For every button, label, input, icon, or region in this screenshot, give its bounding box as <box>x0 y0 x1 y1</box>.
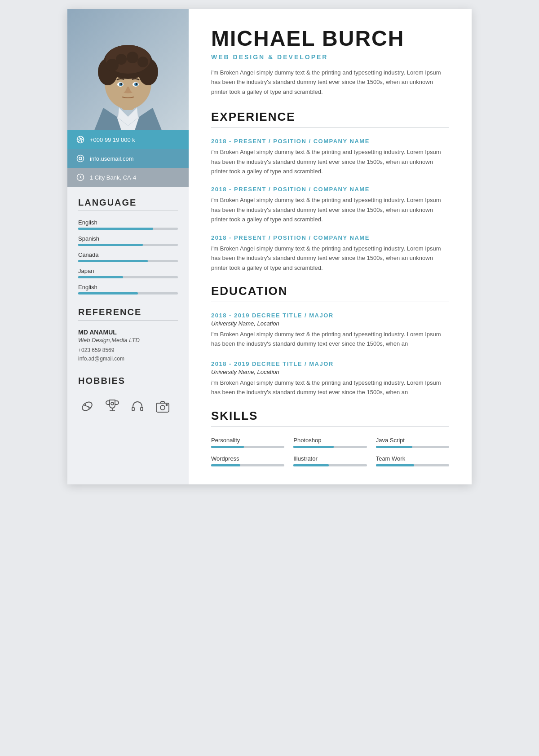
experience-title: EXPERIENCE <box>211 110 449 124</box>
skill-bar-fill <box>211 446 244 448</box>
skill-bar-bg <box>293 464 367 466</box>
email-contact: info.usemail.com <box>67 149 189 168</box>
edu-university: University Name, Location <box>211 320 449 327</box>
skills-divider <box>211 426 449 427</box>
experience-desc: i'm Broken Angel simply dummy text & the… <box>211 195 449 224</box>
language-divider <box>78 211 178 211</box>
email-text: info.usemail.com <box>90 155 134 162</box>
language-name: English <box>78 284 178 290</box>
rugby-icon <box>78 397 96 415</box>
hobbies-divider <box>78 389 178 389</box>
edu-degree: 2018 - 2019 DECREE TITLE / MAJOR <box>211 360 449 367</box>
profile-photo <box>67 9 189 130</box>
svg-point-10 <box>116 54 127 65</box>
skill-item: Personality <box>211 437 284 448</box>
experience-section: EXPERIENCE 2018 - PRESENT / POSITION / C… <box>211 110 449 273</box>
skill-item: Photoshop <box>293 437 367 448</box>
education-title: EDUCATION <box>211 284 449 298</box>
language-bar-bg <box>78 292 178 294</box>
language-item: Canada <box>78 251 178 262</box>
camera-icon <box>154 397 172 415</box>
language-item: Japan <box>78 268 178 278</box>
edu-desc: i'm Broken Angel simply dummy text & the… <box>211 378 449 397</box>
svg-point-32 <box>166 404 168 406</box>
full-name: MICHAEL BURCH <box>211 27 449 51</box>
svg-point-12 <box>137 57 148 67</box>
location-icon <box>75 172 85 182</box>
svg-point-27 <box>111 402 114 405</box>
language-bar-fill <box>78 292 138 294</box>
skill-name: Team Work <box>376 455 449 462</box>
skill-bar-bg <box>293 446 367 448</box>
experience-period: 2018 - PRESENT / POSITION / COMPANY NAME <box>211 186 449 193</box>
hobbies-title: HOBBIES <box>78 376 178 386</box>
skill-bar-fill <box>376 446 413 448</box>
email-icon <box>75 154 85 163</box>
skill-bar-bg <box>211 464 284 466</box>
contact-section: +000 99 19 000 k info.usemail.com 1 C <box>67 130 189 187</box>
skill-bar-bg <box>376 446 449 448</box>
resume-container: +000 99 19 000 k info.usemail.com 1 C <box>67 9 472 484</box>
experience-period: 2018 - PRESENT / POSITION / COMPANY NAME <box>211 234 449 241</box>
skill-item: Team Work <box>376 455 449 466</box>
experience-list: 2018 - PRESENT / POSITION / COMPANY NAME… <box>211 138 449 273</box>
skill-bar-fill <box>293 464 328 466</box>
experience-divider <box>211 127 449 128</box>
language-bar-fill <box>78 260 148 262</box>
experience-period: 2018 - PRESENT / POSITION / COMPANY NAME <box>211 138 449 145</box>
sidebar-content: LANGUAGE English Spanish Canada Japan En… <box>67 187 189 424</box>
reference-section: REFERENCE MD ANAMUL Web Design,Media LTD… <box>78 307 178 363</box>
phone-contact: +000 99 19 000 k <box>67 130 189 149</box>
address-contact: 1 City Bank, CA-4 <box>67 168 189 187</box>
skill-bar-fill <box>293 446 334 448</box>
reference-phone: +023 659 8569 <box>78 346 178 355</box>
language-name: English <box>78 219 178 226</box>
svg-point-31 <box>160 405 165 410</box>
phone-icon <box>75 135 85 145</box>
skill-bar-bg <box>211 446 284 448</box>
job-title: WEB DESIGN & DEVELOPER <box>211 53 449 61</box>
language-section: LANGUAGE English Spanish Canada Japan En… <box>78 198 178 294</box>
reference-title: REFERENCE <box>78 307 178 317</box>
main-content: MICHAEL BURCH WEB DESIGN & DEVELOPER i'm… <box>189 9 472 484</box>
experience-item: 2018 - PRESENT / POSITION / COMPANY NAME… <box>211 186 449 224</box>
education-list: 2018 - 2019 DECREE TITLE / MAJOR Univers… <box>211 312 449 397</box>
reference-email: info.ad@gmail.com <box>78 355 178 363</box>
reference-company: Web Design,Media LTD <box>78 337 178 343</box>
edu-university: University Name, Location <box>211 369 449 375</box>
resume-header: MICHAEL BURCH WEB DESIGN & DEVELOPER i'm… <box>211 27 449 97</box>
language-name: Japan <box>78 268 178 274</box>
svg-point-17 <box>120 83 122 85</box>
skill-item: Java Script <box>376 437 449 448</box>
skill-item: Illustrator <box>293 455 367 466</box>
hobbies-icons <box>78 397 178 415</box>
skill-name: Photoshop <box>293 437 367 444</box>
experience-item: 2018 - PRESENT / POSITION / COMPANY NAME… <box>211 138 449 176</box>
language-bar-bg <box>78 276 178 278</box>
language-list: English Spanish Canada Japan English <box>78 219 178 294</box>
svg-line-22 <box>84 405 91 408</box>
language-name: Spanish <box>78 235 178 242</box>
experience-desc: i'm Broken Angel simply dummy text & the… <box>211 244 449 273</box>
language-item: Spanish <box>78 235 178 246</box>
address-text: 1 City Bank, CA-4 <box>90 174 136 181</box>
skill-name: Wordpress <box>211 455 284 462</box>
language-bar-fill <box>78 244 143 246</box>
skill-bar-fill <box>211 464 240 466</box>
education-section: EDUCATION 2018 - 2019 DECREE TITLE / MAJ… <box>211 284 449 397</box>
language-name: Canada <box>78 251 178 258</box>
edu-desc: i'm Broken Angel simply dummy text & the… <box>211 330 449 349</box>
skill-name: Illustrator <box>293 455 367 462</box>
language-bar-bg <box>78 260 178 262</box>
skill-item: Wordpress <box>211 455 284 466</box>
skill-bar-bg <box>376 464 449 466</box>
language-bar-bg <box>78 244 178 246</box>
award-icon <box>103 397 121 415</box>
skills-section: SKILLS Personality Photoshop Java Script… <box>211 409 449 466</box>
language-bar-fill <box>78 276 123 278</box>
language-title: LANGUAGE <box>78 198 178 208</box>
skill-name: Java Script <box>376 437 449 444</box>
experience-item: 2018 - PRESENT / POSITION / COMPANY NAME… <box>211 234 449 273</box>
headphones-icon <box>128 397 146 415</box>
skill-name: Personality <box>211 437 284 444</box>
